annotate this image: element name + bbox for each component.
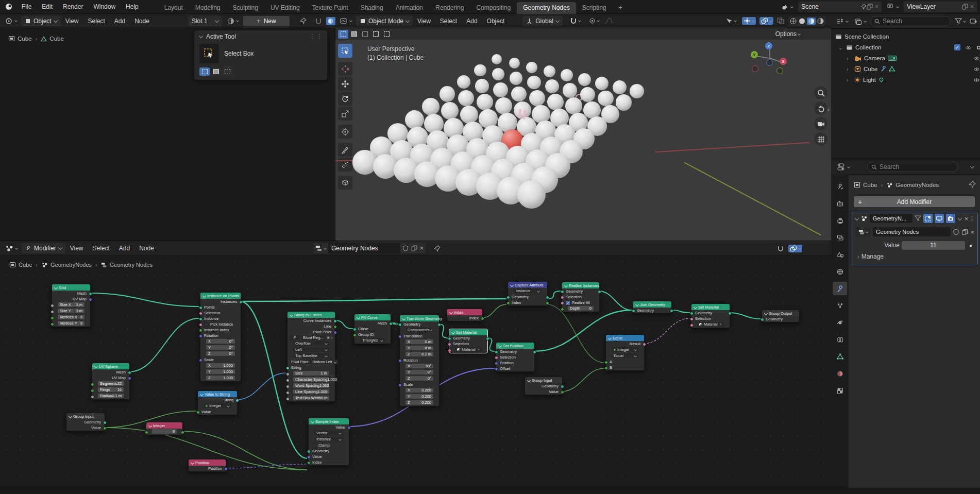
shader-menu-add[interactable]: Add — [110, 18, 130, 25]
input-socket[interactable] — [199, 323, 202, 327]
node-header[interactable]: Group Output — [762, 310, 799, 316]
value-field[interactable]: Word Spacing1.000 — [293, 383, 329, 388]
browse-material-dropdown[interactable] — [225, 18, 241, 25]
output-socket[interactable] — [486, 337, 489, 340]
node-header[interactable]: Equal — [606, 335, 644, 341]
pin-icon[interactable] — [300, 18, 307, 24]
input-socket[interactable] — [50, 310, 54, 314]
dropdown[interactable]: Triangles — [360, 338, 385, 343]
node-tree-type-dropdown[interactable]: Modifier — [22, 243, 65, 253]
close-icon[interactable]: × — [875, 3, 878, 10]
input-socket[interactable] — [448, 337, 451, 340]
properties-tab-material[interactable] — [833, 367, 847, 380]
pin-icon[interactable] — [434, 245, 441, 252]
output-socket[interactable] — [333, 325, 337, 329]
input-socket[interactable] — [91, 383, 94, 386]
node-header[interactable]: String to Curves — [288, 312, 335, 318]
node-group-name-field[interactable]: Geometry Nodes — [873, 227, 951, 236]
node-header[interactable]: Realize Instances — [562, 282, 599, 288]
output-socket[interactable] — [224, 467, 228, 471]
viewport-zoom-button[interactable] — [814, 86, 827, 99]
input-socket[interactable] — [286, 379, 290, 382]
node-set-position[interactable]: Set PositionGeometrySelectionPositionOff… — [496, 342, 535, 372]
input-socket[interactable] — [286, 366, 290, 370]
pin-icon[interactable] — [860, 4, 867, 10]
close-icon[interactable]: × — [970, 3, 974, 10]
transform-orientation-dropdown[interactable]: Global — [522, 16, 563, 26]
shader-menu-select[interactable]: Select — [83, 18, 109, 25]
viewport-3d[interactable]: Options User Perspective (1) Collection … — [335, 28, 831, 241]
node-header[interactable]: Capture Attribute — [508, 282, 547, 288]
exclude-checkbox[interactable]: ✓ — [954, 44, 960, 50]
selectability-visibility-dropdown[interactable] — [723, 18, 738, 24]
input-socket[interactable] — [398, 359, 402, 363]
panel-expand-chevron-icon[interactable] — [855, 216, 859, 220]
tab-geometry-nodes[interactable]: Geometry Nodes — [517, 2, 576, 14]
properties-tab-world[interactable] — [833, 265, 847, 278]
value-field[interactable]: X90° — [405, 364, 433, 368]
shader-type-dropdown[interactable]: Object — [21, 16, 61, 26]
node-group-input-2[interactable]: Group InputGeometryValue — [525, 377, 563, 395]
value-field[interactable]: Rings16 — [98, 387, 124, 392]
shader-editor-canvas[interactable]: Cube›Cube Active Tool ⋮⋮ Select Box — [0, 28, 335, 241]
node-group-browse-dropdown[interactable] — [855, 227, 871, 236]
properties-tab-tool[interactable] — [833, 180, 847, 193]
manage-expand-arrow[interactable]: › — [857, 253, 859, 260]
input-socket[interactable] — [286, 385, 290, 388]
input-socket[interactable] — [91, 389, 94, 393]
tab-rendering[interactable]: Rendering — [429, 2, 470, 14]
preview-toggle[interactable] — [326, 17, 335, 25]
viewport-menu-select[interactable]: Select — [435, 18, 462, 25]
input-socket[interactable] — [286, 372, 290, 376]
input-socket[interactable] — [199, 329, 202, 332]
value-field[interactable]: Character Spacing1.000 — [293, 377, 329, 382]
gizmo-axis-x[interactable]: X — [780, 58, 787, 65]
selmode-subtract-button[interactable] — [360, 30, 370, 39]
viewport-menu-add[interactable]: Add — [462, 18, 482, 25]
drag-dots-icon[interactable]: ⣿ — [970, 216, 974, 221]
node-header[interactable]: Grid — [52, 284, 90, 291]
node-fill-curve[interactable]: Fill CurveMeshCurveGroup IDTriangles — [354, 314, 391, 344]
toolbar-move-button[interactable] — [338, 77, 352, 91]
output-socket[interactable] — [546, 296, 549, 299]
properties-tab-texture[interactable] — [833, 384, 847, 397]
value-field[interactable]: Z0° — [405, 376, 433, 381]
input-socket[interactable] — [286, 397, 290, 401]
unlink-node-group-icon[interactable]: × — [970, 228, 974, 236]
material-chip[interactable]: Material× — [697, 322, 724, 327]
node-equal[interactable]: EqualResultIntegerEqualAB — [605, 334, 645, 371]
output-socket[interactable] — [533, 350, 536, 354]
tab-texture-paint[interactable]: Texture Paint — [306, 2, 354, 14]
output-socket[interactable] — [598, 290, 601, 294]
input-socket[interactable] — [561, 296, 564, 299]
input-socket[interactable] — [50, 304, 54, 308]
viewport-menu-view[interactable]: View — [413, 18, 435, 25]
node-header[interactable]: Index — [447, 309, 482, 315]
add-modifier-button[interactable]: + Add Modifier — [854, 196, 975, 207]
dropdown[interactable]: Instance — [514, 288, 542, 293]
node-header[interactable]: Join Geometry — [633, 301, 671, 308]
output-socket[interactable] — [239, 300, 243, 304]
node-header[interactable]: Integer — [146, 422, 182, 429]
input-socket[interactable] — [286, 391, 290, 395]
value-field[interactable]: Y0° — [206, 345, 235, 350]
modifier-extras-chevron-icon[interactable] — [958, 216, 962, 220]
shading-wireframe-icon[interactable] — [789, 18, 797, 25]
input-socket[interactable] — [196, 411, 200, 414]
breadcrumb-item[interactable]: Cube — [19, 262, 32, 268]
select-mode-extend-button[interactable] — [211, 67, 221, 76]
viewport-menu-object[interactable]: Object — [482, 18, 510, 25]
disable-render-camera-icon[interactable] — [976, 45, 980, 50]
viewlayer-selector[interactable]: ViewLayer× — [904, 2, 977, 12]
new-scene-copy-icon[interactable] — [867, 4, 873, 10]
select-mode-subtract-button[interactable] — [222, 67, 232, 76]
node-header[interactable]: Instance on Points — [200, 293, 241, 299]
selmode-intersect-button[interactable] — [381, 30, 392, 39]
input-socket[interactable] — [561, 308, 564, 311]
node-header[interactable]: Set Position — [496, 343, 534, 349]
input-socket[interactable] — [199, 306, 202, 310]
outliner-row-camera[interactable]: ›Camera — [831, 53, 980, 63]
hide-eye-icon[interactable] — [973, 67, 980, 72]
toolbar-add-cube-button[interactable] — [338, 176, 352, 190]
value-field[interactable]: Size Y3 m — [58, 309, 85, 313]
